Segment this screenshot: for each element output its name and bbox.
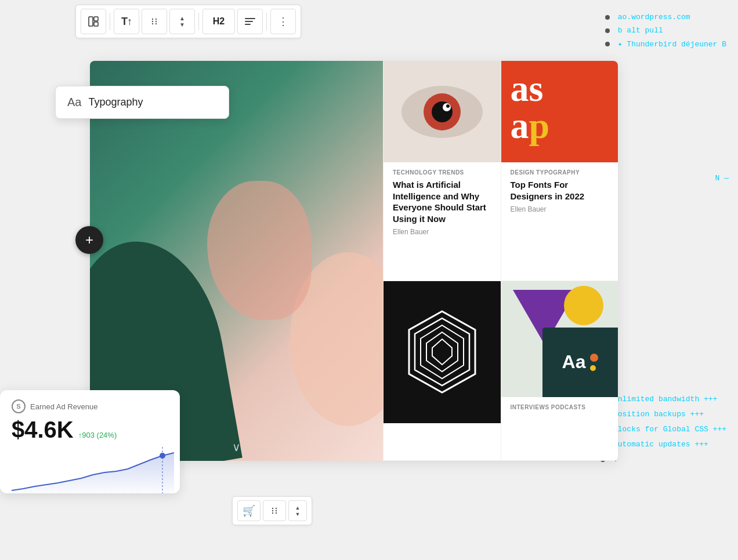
revenue-icon: S <box>12 399 26 413</box>
annotation-bottom-1: Unlimited bandwidth +++ <box>600 392 726 407</box>
svg-point-8 <box>155 23 157 24</box>
annotation-bottom-2: position backups +++ <box>600 407 726 422</box>
annotation-bottom-3: Blocks for Global CSS +++ <box>600 422 726 437</box>
dot-yellow <box>590 365 596 371</box>
revenue-chart-svg <box>12 447 174 493</box>
typography-title: Typography <box>88 96 143 108</box>
eye-image <box>384 61 501 162</box>
aa-dark-label: Aa <box>562 351 586 373</box>
annotation-n: N — <box>715 174 729 183</box>
blog-card-fonts-body: DESIGN TYPOGRAPHY Top Fonts For Designer… <box>501 162 618 220</box>
bottom-drag-button[interactable] <box>263 500 286 521</box>
asap-line2: ap <box>511 107 550 144</box>
svg-point-6 <box>155 21 157 22</box>
svg-point-4 <box>155 19 157 20</box>
blog-grid: TECHNOLOGY TRENDS What is Artificial Int… <box>383 61 618 461</box>
aa-dark-box: Aa <box>542 328 618 397</box>
interviews-tags: INTERVIEWS PODCASTS <box>511 404 609 410</box>
svg-rect-2 <box>94 22 98 26</box>
divider-3 <box>266 13 267 30</box>
align-button[interactable] <box>237 9 263 34</box>
ai-author: Ellen Bauer <box>393 228 491 236</box>
hex-image <box>384 281 501 423</box>
svg-marker-14 <box>409 311 475 392</box>
svg-point-22 <box>272 510 273 511</box>
revenue-chart <box>12 447 168 493</box>
svg-rect-0 <box>89 17 93 26</box>
arrows-button[interactable]: ▲▼ <box>169 9 195 34</box>
eye-svg <box>396 77 489 147</box>
annotation-line-1: ao.wordpress.com <box>605 10 726 24</box>
hero-shape-pink <box>207 181 312 320</box>
revenue-amount-row: $4.6K ↑903 (24%) <box>12 417 168 442</box>
typography-popup: Aa Typography <box>55 86 229 119</box>
ai-title: What is Artificial Intelligence and Why … <box>393 179 491 224</box>
hero-chevron-icon: ∨ <box>232 440 241 454</box>
fonts-author: Ellen Bauer <box>511 205 609 213</box>
svg-point-23 <box>276 510 277 511</box>
svg-point-7 <box>152 23 153 24</box>
svg-marker-18 <box>432 339 452 365</box>
blog-card-interviews: Aa INTERVIEWS PODCASTS <box>501 281 618 461</box>
svg-point-5 <box>152 21 153 22</box>
blog-card-hex <box>383 281 501 461</box>
svg-rect-1 <box>94 17 98 21</box>
yellow-circle <box>564 286 603 325</box>
revenue-header: S Earned Ad Revenue <box>12 399 168 413</box>
hexagon-svg <box>399 306 486 398</box>
annotation-line-2: b alt pull <box>605 24 726 37</box>
divider-1 <box>110 13 110 30</box>
fonts-title: Top Fonts For Designers in 2022 <box>511 179 609 202</box>
annotation-bottom-4: Automatic updates +++ <box>600 437 726 452</box>
asap-line1: as <box>511 70 550 107</box>
ai-tags: TECHNOLOGY TRENDS <box>393 169 491 176</box>
add-block-button[interactable]: + <box>75 226 103 254</box>
svg-marker-17 <box>426 332 458 372</box>
blog-card-fonts: as ap DESIGN TYPOGRAPHY Top Fonts For De… <box>501 61 618 281</box>
revenue-amount: $4.6K <box>12 417 74 442</box>
revenue-title: Earned Ad Revenue <box>30 402 97 411</box>
asap-image: as ap <box>501 61 618 162</box>
svg-marker-16 <box>421 325 464 379</box>
aa-dots <box>590 354 598 371</box>
text-button[interactable]: T↑ <box>114 9 139 34</box>
svg-point-13 <box>446 104 450 108</box>
drag-icon <box>270 507 278 515</box>
svg-point-21 <box>276 508 277 509</box>
typography-aa-label: Aa <box>67 96 81 109</box>
fonts-tags: DESIGN TYPOGRAPHY <box>511 169 609 176</box>
svg-point-24 <box>272 512 273 514</box>
geometric-image: Aa <box>501 281 618 397</box>
blog-card-ai: TECHNOLOGY TRENDS What is Artificial Int… <box>383 61 501 281</box>
top-toolbar: T↑ ▲▼ H2 ⋮ <box>75 5 301 38</box>
cart-button[interactable]: 🛒 <box>237 500 261 521</box>
annotation-bottom-5: . <box>600 452 726 467</box>
more-button[interactable]: ⋮ <box>270 9 296 34</box>
blog-card-interviews-body: INTERVIEWS PODCASTS <box>501 397 618 421</box>
blog-card-ai-body: TECHNOLOGY TRENDS What is Artificial Int… <box>384 162 501 243</box>
bottom-arrows-button[interactable]: ▲▼ <box>288 500 307 521</box>
drag-handle-button[interactable] <box>142 9 167 34</box>
revenue-change: ↑903 (24%) <box>78 431 117 439</box>
layout-button[interactable] <box>81 9 106 34</box>
dot-orange <box>590 354 598 362</box>
svg-point-25 <box>276 512 277 514</box>
svg-point-20 <box>272 508 273 509</box>
divider-2 <box>198 13 199 30</box>
bottom-toolbar: 🛒 ▲▼ <box>232 496 312 525</box>
heading-button[interactable]: H2 <box>202 9 235 34</box>
svg-point-3 <box>152 19 153 20</box>
svg-marker-15 <box>415 318 469 386</box>
asap-text: as ap <box>511 70 550 144</box>
annotation-line-3: ✦ Thunderbird déjeuner B <box>605 38 726 51</box>
revenue-card: S Earned Ad Revenue $4.6K ↑903 (24%) <box>0 390 180 493</box>
